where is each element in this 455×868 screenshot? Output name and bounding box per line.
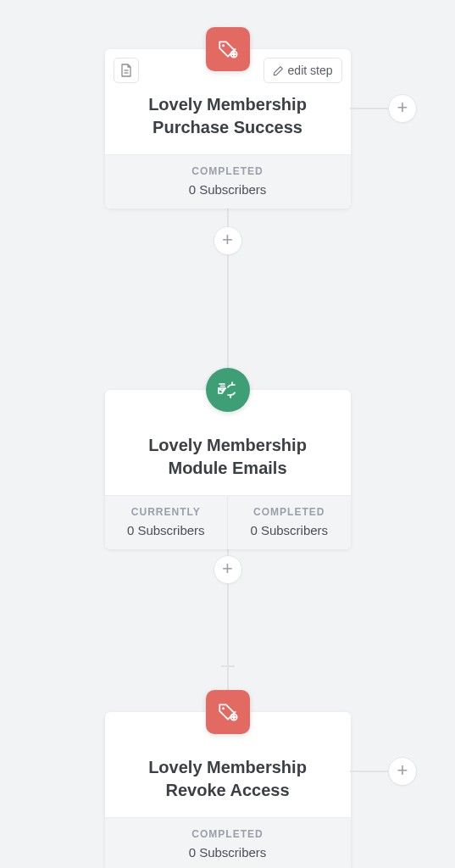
stat-label: CURRENTLY bbox=[110, 506, 223, 518]
svg-point-8 bbox=[222, 707, 225, 709]
stat-value: 0 Subscribers bbox=[110, 182, 346, 197]
card-body: edit step Lovely Membership Purchase Suc… bbox=[105, 49, 351, 154]
stat-value: 0 Subscribers bbox=[233, 523, 346, 537]
step-title: Lovely Membership Purchase Success bbox=[120, 93, 336, 139]
workflow-step-card[interactable]: Lovely Membership Revoke Access COMPLETE… bbox=[105, 712, 351, 868]
add-branch-button[interactable]: + bbox=[388, 94, 417, 123]
add-step-button[interactable]: + bbox=[214, 226, 242, 255]
card-body: Lovely Membership Module Emails bbox=[105, 390, 351, 495]
stat-block: COMPLETED 0 Subscribers bbox=[227, 496, 351, 549]
card-footer: COMPLETED 0 Subscribers bbox=[105, 817, 351, 868]
edit-step-label: edit step bbox=[288, 64, 333, 77]
card-body: Lovely Membership Revoke Access bbox=[105, 712, 351, 817]
connector-line bbox=[227, 195, 229, 369]
edit-step-button[interactable]: edit step bbox=[264, 58, 342, 83]
stat-label: COMPLETED bbox=[110, 165, 346, 177]
stat-block: COMPLETED 0 Subscribers bbox=[105, 155, 351, 209]
pencil-icon bbox=[273, 65, 284, 76]
plus-icon: + bbox=[397, 760, 408, 781]
step-title: Lovely Membership Revoke Access bbox=[120, 756, 336, 802]
plus-icon: + bbox=[222, 558, 233, 579]
plus-icon: + bbox=[397, 97, 408, 118]
workflow-step-card[interactable]: edit step Lovely Membership Purchase Suc… bbox=[105, 49, 351, 209]
card-footer: CURRENTLY 0 Subscribers COMPLETED 0 Subs… bbox=[105, 495, 351, 549]
stat-block: COMPLETED 0 Subscribers bbox=[105, 818, 351, 868]
plus-icon: + bbox=[222, 229, 233, 250]
connector-cap bbox=[221, 665, 235, 667]
workflow-canvas: + + bbox=[0, 0, 455, 868]
stat-label: COMPLETED bbox=[110, 828, 346, 840]
stat-label: COMPLETED bbox=[233, 506, 346, 518]
step-title: Lovely Membership Module Emails bbox=[120, 434, 336, 480]
notes-button[interactable] bbox=[114, 58, 139, 83]
stat-value: 0 Subscribers bbox=[110, 523, 223, 537]
stat-value: 0 Subscribers bbox=[110, 845, 346, 860]
add-branch-button[interactable]: + bbox=[388, 757, 417, 786]
card-footer: COMPLETED 0 Subscribers bbox=[105, 154, 351, 209]
document-icon bbox=[120, 64, 132, 77]
add-step-button[interactable]: + bbox=[214, 555, 242, 584]
svg-point-0 bbox=[222, 44, 225, 47]
stat-block: CURRENTLY 0 Subscribers bbox=[105, 496, 228, 549]
workflow-step-card[interactable]: Lovely Membership Module Emails CURRENTL… bbox=[105, 390, 351, 549]
